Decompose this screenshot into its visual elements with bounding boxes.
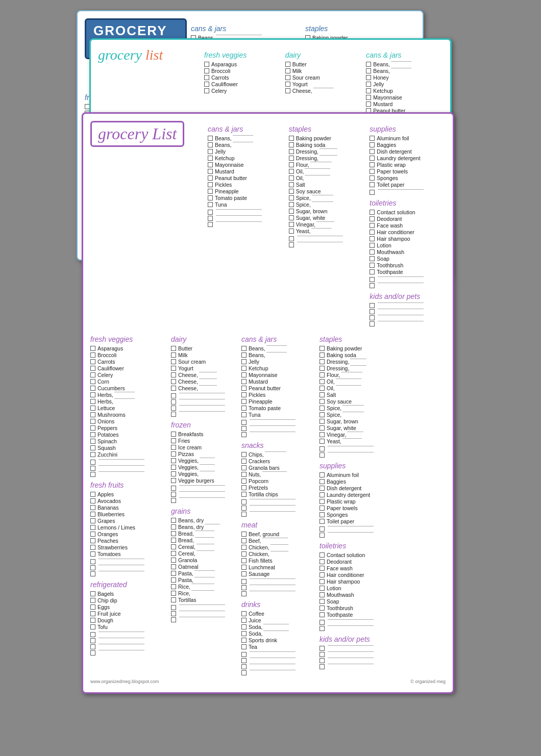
card1-staples-heading: staples xyxy=(305,24,415,33)
card3-footer-right: © organized meg xyxy=(410,679,446,684)
card3-toiletries-heading: toiletries xyxy=(370,199,446,207)
card3-footer-left: www.organizedmeg.blogspot.com xyxy=(90,679,159,684)
card3-cans-heading: cans & jars xyxy=(208,125,284,133)
card3-cans2-heading: cans & jars xyxy=(241,335,315,343)
card3-footer: www.organizedmeg.blogspot.com © organize… xyxy=(90,679,446,684)
card3-body: fresh veggies Asparagus Broccoli Carrots… xyxy=(90,331,446,676)
card2-title-highlight: list xyxy=(145,47,163,63)
card3-supplies-heading: supplies xyxy=(370,125,446,133)
card3-dairy-heading: dairy xyxy=(171,335,237,343)
card3-veggies-heading: fresh veggies xyxy=(90,335,167,343)
page-container: GROCERY LIST cans & jars Beans, Beans, H… xyxy=(77,10,464,735)
card3-kids2-heading: kids and/or pets xyxy=(319,635,394,643)
card3-meat-heading: meat xyxy=(241,521,315,529)
card2-title: grocery list xyxy=(98,47,200,63)
card3-grains-heading: grains xyxy=(171,507,237,515)
card3-title-text: grocery List xyxy=(98,124,177,143)
card3-cans-section: cans & jars Beans, Beans, Jelly Ketchup … xyxy=(208,121,284,228)
card3-refrigerated-heading: refrigerated xyxy=(90,581,167,589)
card3-staples-heading: staples xyxy=(289,125,365,133)
card3-frozen-heading: frozen xyxy=(171,421,237,429)
card1-cans-heading: cans & jars xyxy=(191,24,301,33)
card3-fruits-heading: fresh fruits xyxy=(90,481,167,489)
card3-drinks-heading: drinks xyxy=(241,600,315,609)
card2-cans-heading: cans & jars xyxy=(366,51,443,59)
card3-col1: fresh veggies Asparagus Broccoli Carrots… xyxy=(90,331,167,676)
card3-staples2-heading: staples xyxy=(319,335,394,343)
card3-col2: dairy Butter Milk Sour cream Yogurt Chee… xyxy=(171,331,237,676)
grocery-card-3: grocery List cans & jars Beans, Beans, J… xyxy=(82,112,454,694)
card3-kids-heading: kids and/or pets xyxy=(370,292,446,300)
card3-title: grocery List xyxy=(90,121,184,147)
card2-veggies-heading: fresh veggies xyxy=(204,51,281,59)
card3-right-col: supplies Aluminum foil Baggies Dish dete… xyxy=(370,121,446,327)
card3-staples-section: staples Baking powder Baking soda Dressi… xyxy=(289,121,365,248)
card3-col3: cans & jars Beans, Beans, Jelly Ketchup … xyxy=(241,331,315,676)
card3-header: grocery List cans & jars Beans, Beans, J… xyxy=(90,121,446,327)
card3-title-area: grocery List xyxy=(90,121,203,151)
card3-supplies2-heading: supplies xyxy=(319,462,394,470)
card3-snacks-heading: snacks xyxy=(241,441,315,449)
card3-col4: staples Baking powder Baking soda Dressi… xyxy=(319,331,394,676)
card3-toiletries2-heading: toiletries xyxy=(319,542,394,550)
card2-dairy-heading: dairy xyxy=(285,51,362,59)
